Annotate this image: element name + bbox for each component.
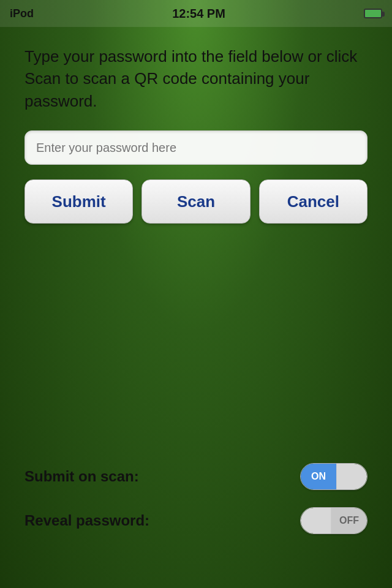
bottom-section: Submit on scan: ON Reveal password: OFF <box>24 463 368 551</box>
status-bar: iPod 12:54 PM <box>0 0 392 27</box>
submit-on-scan-toggle[interactable]: ON <box>300 463 368 490</box>
submit-button[interactable]: Submit <box>24 179 133 224</box>
instruction-text: Type your password into the field below … <box>24 45 368 112</box>
scan-button[interactable]: Scan <box>141 179 250 224</box>
submit-on-scan-row: Submit on scan: ON <box>24 463 368 490</box>
status-time: 12:54 PM <box>172 7 225 21</box>
reveal-password-row: Reveal password: OFF <box>24 507 368 534</box>
toggle-handle-off <box>301 508 331 533</box>
main-content: Type your password into the field below … <box>0 27 392 224</box>
cancel-button[interactable]: Cancel <box>259 179 368 224</box>
reveal-password-toggle[interactable]: OFF <box>300 507 368 534</box>
reveal-password-label: Reveal password: <box>24 512 149 529</box>
buttons-row: Submit Scan Cancel <box>24 179 368 224</box>
toggle-off-indicator: OFF <box>331 508 367 533</box>
toggle-on-indicator: ON <box>301 464 336 489</box>
password-input[interactable] <box>24 130 368 165</box>
battery-icon <box>364 9 382 18</box>
device-name: iPod <box>10 7 34 20</box>
submit-on-scan-label: Submit on scan: <box>24 468 139 485</box>
toggle-handle <box>336 464 367 489</box>
